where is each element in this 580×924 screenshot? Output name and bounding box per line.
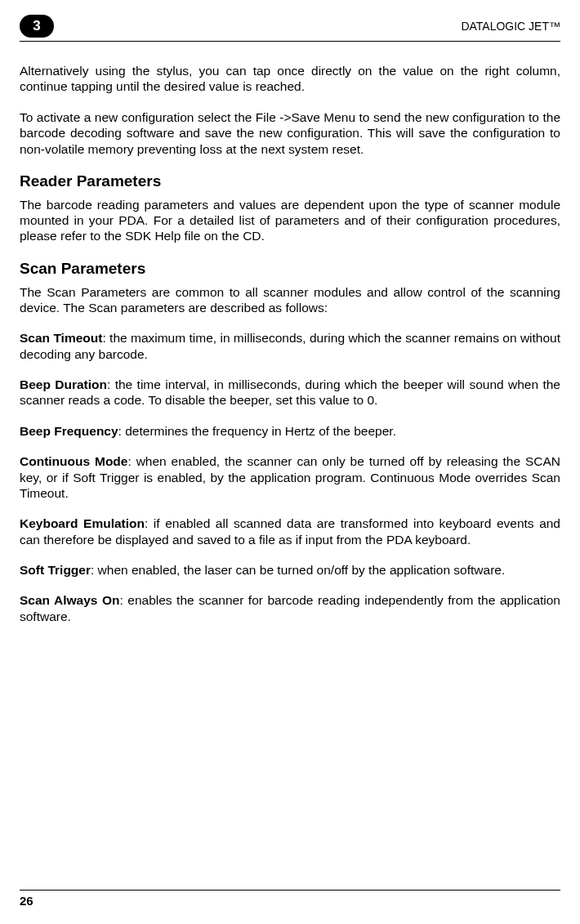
label-continuous-mode: Continuous Mode: [20, 454, 127, 468]
chapter-badge: 3: [20, 15, 54, 38]
page-header: 3 DATALOGIC JET™: [20, 15, 560, 38]
text-soft-trigger: : when enabled, the laser can be turned …: [91, 563, 505, 577]
body-content: Alternatively using the stylus, you can …: [20, 63, 560, 624]
label-beep-duration: Beep Duration: [20, 377, 107, 391]
paragraph-activate-config: To activate a new configuration select t…: [20, 109, 560, 157]
heading-reader-parameters: Reader Parameters: [20, 172, 560, 191]
paragraph-beep-frequency: Beep Frequency: determines the frequency…: [20, 423, 560, 439]
label-soft-trigger: Soft Trigger: [20, 563, 91, 577]
paragraph-reader: The barcode reading parameters and value…: [20, 197, 560, 244]
paragraph-alt-stylus: Alternatively using the stylus, you can …: [20, 63, 560, 95]
chapter-number: 3: [33, 18, 40, 34]
paragraph-scan-intro: The Scan Parameters are common to all sc…: [20, 284, 560, 316]
header-rule: [20, 41, 560, 42]
footer-rule: [20, 890, 560, 891]
paragraph-keyboard-emulation: Keyboard Emulation: if enabled all scann…: [20, 516, 560, 547]
label-scan-always-on: Scan Always On: [20, 593, 119, 607]
page-number: 26: [20, 894, 560, 908]
paragraph-soft-trigger: Soft Trigger: when enabled, the laser ca…: [20, 562, 560, 578]
page-footer: 26: [20, 890, 560, 908]
label-scan-timeout: Scan Timeout: [20, 331, 102, 345]
paragraph-beep-duration: Beep Duration: the time interval, in mil…: [20, 377, 560, 408]
paragraph-scan-timeout: Scan Timeout: the maximum time, in milli…: [20, 330, 560, 362]
paragraph-continuous-mode: Continuous Mode: when enabled, the scann…: [20, 453, 560, 501]
label-keyboard-emulation: Keyboard Emulation: [20, 516, 145, 530]
paragraph-scan-always-on: Scan Always On: enables the scanner for …: [20, 592, 560, 624]
heading-scan-parameters: Scan Parameters: [20, 259, 560, 279]
product-name: DATALOGIC JET™: [461, 20, 560, 33]
text-beep-frequency: : determines the frequency in Hertz of t…: [118, 424, 396, 438]
label-beep-frequency: Beep Frequency: [20, 424, 118, 438]
